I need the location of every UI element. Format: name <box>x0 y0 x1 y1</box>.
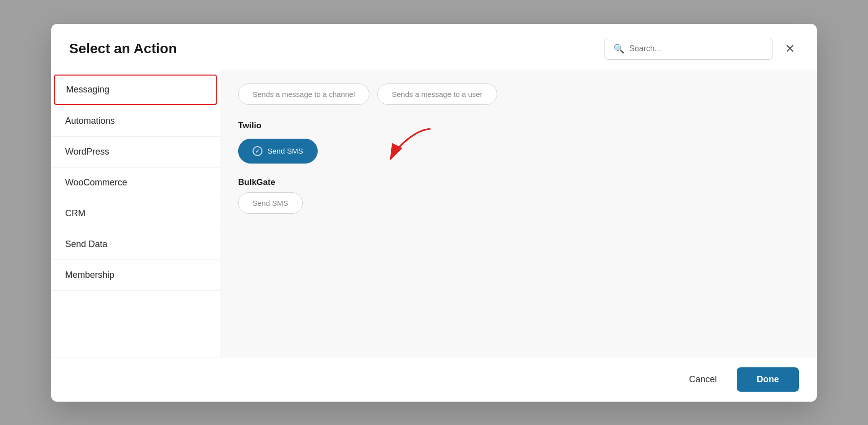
sidebar-item-automations[interactable]: Automations <box>51 106 220 137</box>
header-right: 🔍 ✕ <box>604 38 799 60</box>
sidebar-item-woocommerce[interactable]: WooCommerce <box>51 168 220 198</box>
modal-title: Select an Action <box>69 41 177 57</box>
modal-body: Messaging Automations WordPress WooComme… <box>51 70 817 357</box>
bulkgate-action-btn[interactable]: Send SMS <box>238 192 303 214</box>
search-icon: 🔍 <box>613 43 624 54</box>
modal-footer: Cancel Done <box>51 357 817 402</box>
filter-row: Sends a message to a channel Sends a mes… <box>238 84 799 105</box>
search-box[interactable]: 🔍 <box>604 38 773 60</box>
sidebar-item-send-data[interactable]: Send Data <box>51 229 220 260</box>
twilio-actions: ✓ Send SMS <box>238 139 799 164</box>
twilio-section: Twilio ✓ S <box>238 121 799 164</box>
cancel-button[interactable]: Cancel <box>679 368 727 391</box>
twilio-label: Twilio <box>238 121 799 131</box>
bulkgate-label: BulkGate <box>238 177 799 187</box>
send-sms-button[interactable]: ✓ Send SMS <box>238 139 318 164</box>
sidebar: Messaging Automations WordPress WooComme… <box>51 70 220 357</box>
modal-header: Select an Action 🔍 ✕ <box>51 24 817 70</box>
check-icon: ✓ <box>253 146 262 156</box>
close-button[interactable]: ✕ <box>781 41 799 57</box>
filter-user-button[interactable]: Sends a message to a user <box>377 84 497 105</box>
search-input[interactable] <box>629 44 764 53</box>
content-area: Sends a message to a channel Sends a mes… <box>220 70 817 357</box>
bulkgate-partial: Send SMS <box>238 192 799 214</box>
sidebar-item-crm[interactable]: CRM <box>51 198 220 229</box>
sidebar-item-wordpress[interactable]: WordPress <box>51 137 220 168</box>
done-button[interactable]: Done <box>737 367 799 392</box>
modal: Select an Action 🔍 ✕ Messaging Automatio… <box>51 24 817 402</box>
sidebar-item-messaging[interactable]: Messaging <box>54 75 217 105</box>
sidebar-item-membership[interactable]: Membership <box>51 260 220 291</box>
filter-channel-button[interactable]: Sends a message to a channel <box>238 84 369 105</box>
red-arrow-annotation <box>377 126 437 166</box>
modal-overlay: Select an Action 🔍 ✕ Messaging Automatio… <box>0 0 868 425</box>
bulkgate-section: BulkGate Send SMS <box>238 177 799 214</box>
